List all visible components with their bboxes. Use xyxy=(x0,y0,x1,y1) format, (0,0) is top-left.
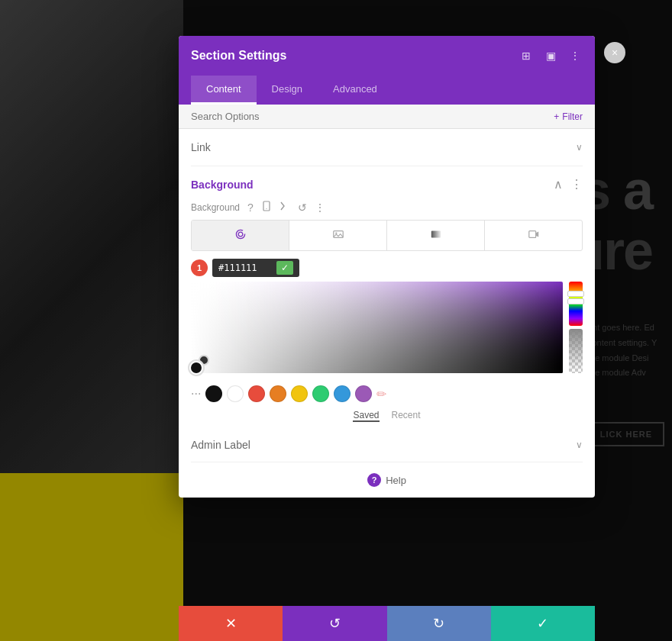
link-section: Link ∨ xyxy=(191,129,583,166)
filter-label: Filter xyxy=(562,111,583,122)
swatch-blue[interactable] xyxy=(334,385,351,402)
help-icon: ? xyxy=(367,473,381,487)
admin-label-header[interactable]: Admin Label ∨ xyxy=(191,439,583,451)
background-collapse-icon[interactable]: ∧ xyxy=(554,177,563,192)
svg-rect-4 xyxy=(431,231,440,238)
swatch-edit-icon[interactable]: ✏ xyxy=(376,387,386,401)
background-more-icon[interactable]: ⋮ xyxy=(570,177,583,192)
bg-type-gradient[interactable] xyxy=(387,221,485,250)
hex-input[interactable] xyxy=(218,263,272,273)
link-chevron-icon: ∨ xyxy=(576,142,583,153)
panel-close-button[interactable]: × xyxy=(604,42,625,63)
link-section-header[interactable]: Link ∨ xyxy=(191,141,583,153)
cancel-icon: ✕ xyxy=(225,615,237,632)
background-toolbar: Background ? ↺ ⋮ xyxy=(191,198,583,220)
save-icon: ✓ xyxy=(537,615,548,632)
swatch-tab-saved[interactable]: Saved xyxy=(353,410,379,422)
color-picker-area xyxy=(191,282,583,373)
swatch-tabs: Saved Recent xyxy=(191,408,583,428)
hue-handle[interactable] xyxy=(567,298,584,304)
swatch-yellow[interactable] xyxy=(291,385,308,402)
save-button[interactable]: ✓ xyxy=(491,606,595,641)
panel-title: Section Settings xyxy=(191,49,286,63)
hex-confirm-button[interactable]: ✓ xyxy=(276,261,293,275)
bg-mobile-icon[interactable] xyxy=(261,201,272,214)
bg-reset-icon[interactable]: ↺ xyxy=(298,201,307,214)
hex-row: 1 ✓ xyxy=(191,259,583,277)
swatches-more-icon[interactable]: ··· xyxy=(191,387,201,401)
background-section: Background ∧ ⋮ Background ? ↺ ⋮ xyxy=(191,166,583,428)
swatch-white[interactable] xyxy=(227,385,244,402)
swatch-green[interactable] xyxy=(312,385,329,402)
help-label: Help xyxy=(386,475,406,486)
swatch-black[interactable] xyxy=(205,385,222,402)
tab-advanced[interactable]: Advanced xyxy=(318,76,393,105)
redo-icon: ↻ xyxy=(433,615,444,632)
bg-type-image[interactable] xyxy=(289,221,387,250)
background-section-header: Background ∧ ⋮ xyxy=(191,166,583,198)
gradient-background xyxy=(191,282,563,373)
tab-design[interactable]: Design xyxy=(257,76,318,105)
filter-plus-icon: + xyxy=(554,111,559,122)
tab-content[interactable]: Content xyxy=(191,76,257,105)
alpha-slider[interactable] xyxy=(569,329,583,373)
svg-point-1 xyxy=(266,208,267,209)
swatch-red[interactable] xyxy=(248,385,265,402)
panel-header: Section Settings ⊞ ▣ ⋮ xyxy=(179,36,595,76)
bg-help-icon[interactable]: ? xyxy=(247,201,254,214)
close-icon: × xyxy=(612,47,618,59)
fullscreen-icon[interactable]: ⊞ xyxy=(519,48,534,63)
background-type-tabs xyxy=(191,220,583,251)
bg-type-color[interactable] xyxy=(192,221,289,250)
swatch-purple[interactable] xyxy=(355,385,372,402)
panel-body: Link ∨ Background ∧ ⋮ Background ? xyxy=(179,129,595,498)
cancel-button[interactable]: ✕ xyxy=(179,606,283,641)
bg-target-icon[interactable] xyxy=(279,201,290,214)
search-input[interactable] xyxy=(191,111,554,122)
swatch-orange[interactable] xyxy=(270,385,286,402)
admin-label-text: Admin Label xyxy=(191,439,250,451)
action-bar: ✕ ↺ ↻ ✓ xyxy=(179,606,595,641)
search-bar: + Filter xyxy=(179,105,595,129)
help-row: ? Help xyxy=(191,462,583,498)
header-icons: ⊞ ▣ ⋮ xyxy=(519,48,583,63)
undo-button[interactable]: ↺ xyxy=(283,606,386,641)
hex-input-wrap: ✓ xyxy=(212,259,299,277)
split-icon[interactable]: ▣ xyxy=(543,48,558,63)
background-section-icons: ∧ ⋮ xyxy=(554,177,583,192)
background-toolbar-label: Background xyxy=(191,202,240,213)
hue-slider[interactable] xyxy=(569,282,583,326)
panel-tabs: Content Design Advanced xyxy=(179,76,595,105)
more-options-icon[interactable]: ⋮ xyxy=(567,48,583,63)
current-color-swatch xyxy=(188,359,205,376)
color-picker: 1 ✓ xyxy=(191,259,583,428)
hue-alpha-sliders xyxy=(569,282,583,373)
step-badge: 1 xyxy=(191,259,208,276)
link-section-label: Link xyxy=(191,141,211,153)
svg-rect-0 xyxy=(263,201,270,211)
filter-button[interactable]: + Filter xyxy=(554,111,583,122)
background-section-title: Background xyxy=(191,179,254,191)
bg-type-video[interactable] xyxy=(485,221,582,250)
redo-button[interactable]: ↻ xyxy=(387,606,491,641)
undo-icon: ↺ xyxy=(329,615,341,632)
swatches-row: ··· ✏ xyxy=(191,379,583,408)
color-gradient-field[interactable] xyxy=(191,282,563,373)
svg-rect-5 xyxy=(528,231,535,238)
admin-label-chevron: ∨ xyxy=(576,440,583,450)
alpha-handle[interactable] xyxy=(567,291,584,297)
admin-label-section: Admin Label ∨ xyxy=(191,428,583,462)
help-button[interactable]: ? Help xyxy=(367,473,406,487)
settings-panel: Section Settings ⊞ ▣ ⋮ Content Design Ad… xyxy=(179,36,595,498)
current-color-dot xyxy=(191,362,202,373)
bg-extra-icon[interactable]: ⋮ xyxy=(315,201,325,214)
swatch-tab-recent[interactable]: Recent xyxy=(392,410,421,422)
